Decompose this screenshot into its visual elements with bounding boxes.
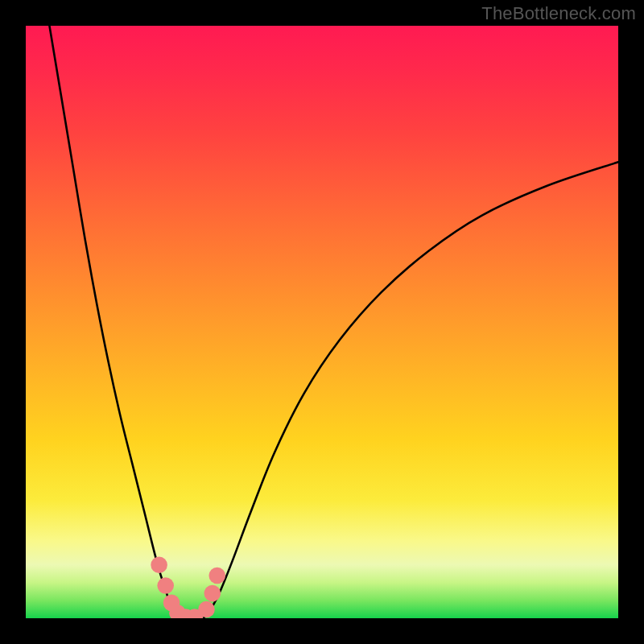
watermark-text: TheBottleneck.com [481, 3, 636, 24]
plot-area [26, 26, 618, 618]
marker-point [208, 568, 225, 584]
chart-svg [26, 26, 618, 618]
highlight-markers [151, 556, 225, 618]
marker-point [198, 601, 215, 618]
marker-point [204, 585, 221, 602]
marker-point [151, 556, 167, 573]
marker-point [157, 577, 174, 594]
bottleneck-curve [49, 26, 618, 618]
chart-frame: TheBottleneck.com [0, 0, 644, 644]
